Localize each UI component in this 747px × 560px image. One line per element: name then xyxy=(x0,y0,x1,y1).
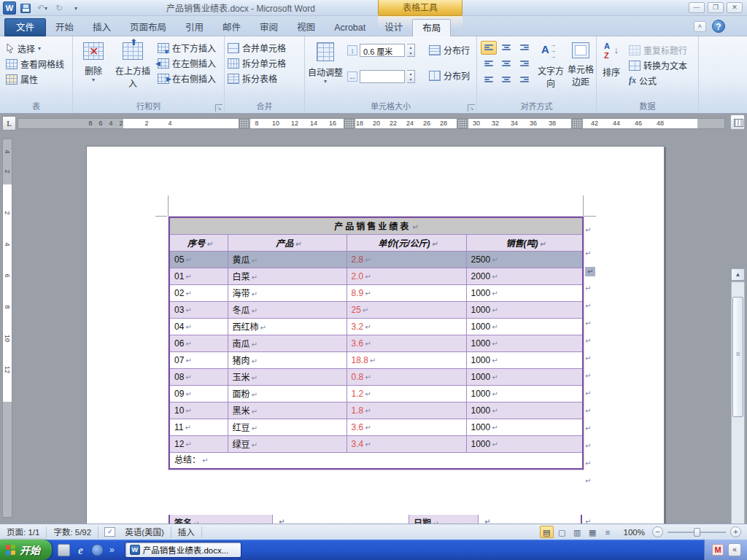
table-cell[interactable]: 18.8↵ xyxy=(347,351,466,368)
spin-up-icon[interactable]: ▲ xyxy=(407,44,414,50)
table-cell[interactable]: 面粉↵ xyxy=(228,385,347,402)
table-cell[interactable]: 03↵ xyxy=(169,301,228,318)
table-cell[interactable]: 黄瓜↵ xyxy=(228,251,347,268)
quick-launch-app-icon[interactable] xyxy=(58,544,70,556)
table-footer-cell[interactable]: 日期↵ xyxy=(409,515,479,524)
zoom-level[interactable]: 100% xyxy=(616,528,651,537)
table-cell[interactable]: 3.2↵ xyxy=(347,318,466,335)
table-cell[interactable]: 冬瓜↵ xyxy=(228,301,347,318)
table-row[interactable]: 11↵红豆↵3.6↵1000↵ xyxy=(169,419,583,435)
fullscreen-reading-view-button[interactable]: ▢ xyxy=(555,526,569,538)
table-row[interactable]: 07↵猪肉↵18.8↵1000↵ xyxy=(169,351,583,368)
proofing-status-icon[interactable]: ✓ xyxy=(104,527,115,537)
table-row[interactable]: 10↵黑米↵1.8↵1000↵ xyxy=(169,402,583,419)
taskbar-item-word-document[interactable]: W 产品销售业绩表.docx... xyxy=(125,542,241,558)
table-cell[interactable]: 04↵ xyxy=(169,318,228,335)
table-cell[interactable]: 绿豆↵ xyxy=(228,435,347,452)
spin-up-icon[interactable]: ▲ xyxy=(407,71,414,77)
table-footer-cell[interactable]: ↵ xyxy=(479,515,581,524)
sort-button[interactable]: AZ↓ 排序 xyxy=(598,39,624,104)
align-bottom-left-button[interactable] xyxy=(481,71,497,85)
document-page[interactable]: 产品销售业绩表↵序号↵产品↵单价(元/公斤)↵销售(吨)↵05↵黄瓜↵2.8↵2… xyxy=(86,146,665,524)
header-cell[interactable]: 单价(元/公斤)↵ xyxy=(347,234,466,251)
align-bottom-center-button[interactable] xyxy=(498,71,514,85)
table-cell[interactable]: 2500↵ xyxy=(466,251,583,268)
tab-开始[interactable]: 开始 xyxy=(46,19,83,36)
table-cell[interactable]: 1000↵ xyxy=(466,284,583,301)
table-row[interactable]: 02↵海带↵8.9↵1000↵ xyxy=(169,284,583,301)
word-count[interactable]: 字数: 5/92 xyxy=(47,526,98,538)
table-cell[interactable]: 8.9↵ xyxy=(347,284,466,301)
tab-邮件[interactable]: 邮件 xyxy=(213,19,250,36)
table-cell[interactable]: 2.8↵ xyxy=(347,251,466,268)
table-cell[interactable]: 10↵ xyxy=(169,402,228,419)
table-cell[interactable]: 南瓜↵ xyxy=(228,335,347,351)
select-button[interactable]: 选择▾ xyxy=(3,41,72,56)
header-cell[interactable]: 序号↵ xyxy=(169,234,228,251)
table-cell[interactable]: 3.4↵ xyxy=(347,435,466,452)
align-center-button[interactable] xyxy=(498,56,514,70)
zoom-slider-thumb[interactable] xyxy=(694,528,700,537)
table-cell[interactable]: 1000↵ xyxy=(466,368,583,385)
row-height-input[interactable]: 0.6 厘米 xyxy=(360,44,405,57)
undo-button[interactable]: ↶▾ xyxy=(35,1,50,15)
tray-expand-button[interactable]: « xyxy=(728,543,741,556)
table-cell[interactable]: 1000↵ xyxy=(466,335,583,351)
tab-页面布局[interactable]: 页面布局 xyxy=(120,19,176,36)
table-column-marker[interactable] xyxy=(239,119,250,128)
table-cell[interactable]: 01↵ xyxy=(169,268,228,284)
tab-视图[interactable]: 视图 xyxy=(287,19,325,36)
row-height-spinner[interactable]: ▲▼ xyxy=(407,44,415,57)
split-table-button[interactable]: 拆分表格 xyxy=(225,71,304,86)
table-row[interactable]: 05↵黄瓜↵2.8↵2500↵ xyxy=(169,251,583,268)
scrollbar-track[interactable] xyxy=(731,281,745,524)
table-cell[interactable]: 玉米↵ xyxy=(228,368,347,385)
redo-button[interactable]: ↻ xyxy=(52,1,66,15)
table-footer-cell[interactable]: 签名↵ xyxy=(170,515,273,524)
formula-button[interactable]: fx公式 xyxy=(626,73,690,88)
table-row[interactable]: 01↵白菜↵2.0↵2000↵ xyxy=(169,268,583,284)
vertical-scrollbar[interactable]: ▲ ▼ ▲▲ ○ ▼▼ xyxy=(731,268,746,524)
tab-设计[interactable]: 设计 xyxy=(375,19,412,36)
table-cell[interactable]: 07↵ xyxy=(169,351,228,368)
align-top-center-button[interactable] xyxy=(498,41,514,55)
table-cell[interactable]: 25↵ xyxy=(347,301,466,318)
table-cell[interactable]: 西红柿↵ xyxy=(228,318,347,335)
tab-布局[interactable]: 布局 xyxy=(412,19,451,36)
tab-stop-selector[interactable]: L xyxy=(2,116,16,131)
table-cell[interactable]: 1.2↵ xyxy=(347,385,466,402)
table-cell[interactable]: 08↵ xyxy=(169,368,228,385)
table-cell[interactable]: 09↵ xyxy=(169,385,228,402)
internet-explorer-icon[interactable]: e xyxy=(74,544,87,556)
scroll-up-button[interactable]: ▲ xyxy=(731,268,745,281)
help-button[interactable]: ? xyxy=(712,20,725,33)
draft-view-button[interactable]: ≡ xyxy=(601,526,615,538)
close-button[interactable]: ✕ xyxy=(727,2,743,13)
summary-cell[interactable]: 总结：↵ xyxy=(169,452,583,469)
text-direction-button[interactable]: A→→→ 文字方向 xyxy=(535,39,566,104)
table-summary-row[interactable]: 总结：↵ xyxy=(169,452,583,469)
table-cell[interactable]: 猪肉↵ xyxy=(228,351,347,368)
dialog-launcher-icon[interactable]: ↘ xyxy=(468,104,475,112)
print-layout-view-button[interactable]: ▤ xyxy=(540,526,554,538)
horizontal-ruler[interactable]: 8642248101214161820222426283032343638424… xyxy=(18,118,725,129)
align-center-left-button[interactable] xyxy=(481,56,497,70)
table-cell[interactable]: 05↵ xyxy=(169,251,228,268)
sales-table[interactable]: 产品销售业绩表↵序号↵产品↵单价(元/公斤)↵销售(吨)↵05↵黄瓜↵2.8↵2… xyxy=(169,217,584,470)
align-center-right-button[interactable] xyxy=(516,56,532,70)
table-cell[interactable]: 12↵ xyxy=(169,435,228,452)
spin-down-icon[interactable]: ▼ xyxy=(407,50,414,56)
page-indicator[interactable]: 页面: 1/1 xyxy=(0,526,47,538)
table-cell[interactable]: 1000↵ xyxy=(466,318,583,335)
autofit-button[interactable]: 自动调整▾ xyxy=(306,39,344,104)
messenger-icon[interactable] xyxy=(91,544,104,556)
ruler-toggle-button[interactable] xyxy=(730,114,745,130)
view-gridlines-button[interactable]: 查看网格线 xyxy=(3,56,72,71)
collapse-ribbon-button[interactable]: ˄ xyxy=(694,21,706,32)
table-row[interactable]: 03↵冬瓜↵25↵1000↵ xyxy=(169,301,583,318)
header-cell[interactable]: 产品↵ xyxy=(228,234,347,251)
vertical-ruler[interactable]: 4224681012 xyxy=(2,139,12,518)
insert-left-button[interactable]: ◀在左侧插入 xyxy=(155,55,219,71)
insert-below-button[interactable]: ▼在下方插入 xyxy=(155,40,219,55)
insert-right-button[interactable]: ▶在右侧插入 xyxy=(155,71,219,86)
